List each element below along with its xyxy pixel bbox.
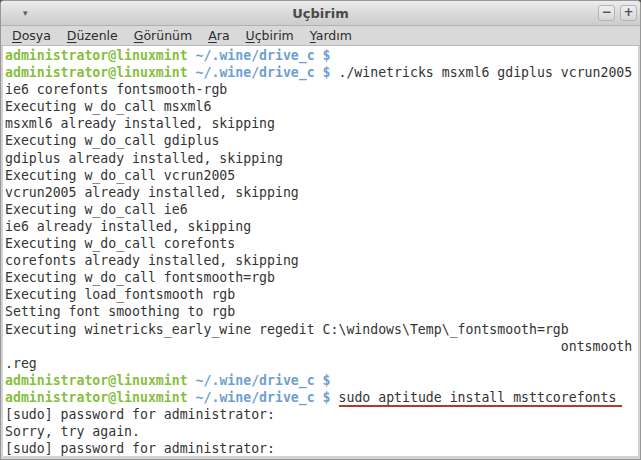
menu-item-mnemonic: D xyxy=(67,28,77,43)
terminal-text-segment: administrator@linuxmint xyxy=(5,390,188,405)
terminal-text-segment: vcrun2005 already installed, skipping xyxy=(5,185,299,200)
terminal-text-segment: ~/.wine/drive_c $ xyxy=(188,373,331,388)
window-menu-icon[interactable]: ▾ xyxy=(23,9,28,18)
minimize-button[interactable]: − xyxy=(598,5,615,21)
menu-item-uçbirim[interactable]: Uçbirim xyxy=(238,27,302,44)
titlebar[interactable]: ▾ Uçbirim − + xyxy=(1,1,640,26)
menubar: DosyaDüzenleGörünümAraUçbirimYardım xyxy=(1,26,640,46)
terminal-line: administrator@linuxmint ~/.wine/drive_c … xyxy=(5,372,638,389)
terminal-text-segment: Executing w_do_call vcrun2005 xyxy=(5,168,235,183)
terminal-line: [sudo] password for administrator: xyxy=(5,440,638,457)
terminal-text-segment: administrator@linuxmint xyxy=(5,65,188,80)
terminal-line: msxml6 already installed, skipping xyxy=(5,115,638,132)
terminal-line: ie6 corefonts fontsmooth-rgb xyxy=(5,81,638,98)
terminal-text-segment: gdiplus already installed, skipping xyxy=(5,151,283,166)
terminal-text-segment: Executing load_fontsmooth rgb xyxy=(5,287,235,302)
terminal-text-segment: Executing w_do_call ie6 xyxy=(5,202,188,217)
terminal-text-segment: ~/.wine/drive_c $ xyxy=(188,48,331,63)
terminal-text-segment: ~/.wine/drive_c $ xyxy=(188,390,331,405)
terminal-line: [sudo] password for administrator: xyxy=(5,406,638,423)
terminal-text-segment: administrator@linuxmint xyxy=(5,48,188,63)
terminal-line: Executing w_do_call ie6 xyxy=(5,201,638,218)
terminal-line: Executing w_do_call vcrun2005 xyxy=(5,167,638,184)
terminal-line: Executing w_do_call corefonts xyxy=(5,235,638,252)
terminal-text-segment: ie6 corefonts fontsmooth-rgb xyxy=(5,82,227,97)
menu-item-mnemonic: Y xyxy=(310,28,316,43)
terminal-line: Executing load_fontsmooth rgb xyxy=(5,286,638,303)
terminal-line: ontsmooth xyxy=(5,338,638,355)
window-controls: − + xyxy=(598,5,637,21)
terminal-text-segment: Executing w_do_call corefonts xyxy=(5,236,235,251)
terminal-text-segment xyxy=(331,390,339,405)
terminal-line: Setting font smoothing to rgb xyxy=(5,303,638,320)
menu-item-düzenle[interactable]: Düzenle xyxy=(59,27,126,44)
menu-item-mnemonic: A xyxy=(208,28,217,43)
terminal-line: gdiplus already installed, skipping xyxy=(5,150,638,167)
terminal-text-segment: .reg xyxy=(5,356,37,371)
terminal-line: vcrun2005 already installed, skipping xyxy=(5,184,638,201)
terminal-text-segment: ie6 already installed, skipping xyxy=(5,219,251,234)
terminal-line: Sorry, try again. xyxy=(5,423,638,440)
terminal-line: corefonts already installed, skipping xyxy=(5,252,638,269)
terminal-text-segment: Executing w_do_call msxml6 xyxy=(5,99,211,114)
menu-item-mnemonic: D xyxy=(12,28,22,43)
terminal-text-segment: Setting font smoothing to rgb xyxy=(5,304,235,319)
terminal-text-segment: Executing w_do_call gdiplus xyxy=(5,133,219,148)
menu-item-yardım[interactable]: Yardım xyxy=(302,27,360,44)
maximize-button[interactable]: + xyxy=(620,5,637,21)
menu-item-ara[interactable]: Ara xyxy=(200,27,237,44)
terminal-line: Executing w_do_call fontsmooth=rgb xyxy=(5,269,638,286)
menu-item-dosya[interactable]: Dosya xyxy=(4,27,59,44)
terminal-text-segment: corefonts already installed, skipping xyxy=(5,253,299,268)
terminal-line: administrator@linuxmint ~/.wine/drive_c … xyxy=(5,64,638,81)
terminal-text-segment: ontsmooth xyxy=(5,339,632,354)
terminal-window: ▾ Uçbirim − + DosyaDüzenleGörünümAraUçbi… xyxy=(0,0,641,460)
terminal-text-segment: ./winetricks msxml6 gdiplus vcrun2005 xyxy=(331,65,633,80)
highlighted-command-text: sudo aptitude install msttcorefonts xyxy=(339,390,623,407)
terminal-text-segment: Executing winetricks_early_wine regedit … xyxy=(5,322,569,337)
terminal-output[interactable]: administrator@linuxmint ~/.wine/drive_c … xyxy=(1,46,640,459)
terminal-text-segment: msxml6 already installed, skipping xyxy=(5,116,275,131)
terminal-text-segment: [sudo] password for administrator: xyxy=(5,441,275,456)
terminal-line: Executing winetricks_early_wine regedit … xyxy=(5,321,638,338)
terminal-line: .reg xyxy=(5,355,638,372)
menu-item-görünüm[interactable]: Görünüm xyxy=(126,27,200,44)
terminal-text-segment: ~/.wine/drive_c $ xyxy=(188,65,331,80)
terminal-text-segment: Executing w_do_call fontsmooth=rgb xyxy=(5,270,275,285)
window-title: Uçbirim xyxy=(1,6,640,21)
terminal-line: Executing w_do_call gdiplus xyxy=(5,132,638,149)
terminal-line: administrator@linuxmint ~/.wine/drive_c … xyxy=(5,389,638,406)
terminal-text-segment: Sorry, try again. xyxy=(5,424,140,439)
terminal-line: administrator@linuxmint ~/.wine/drive_c … xyxy=(5,47,638,64)
terminal-text-segment: [sudo] password for administrator: xyxy=(5,407,275,422)
terminal-line: Executing w_do_call msxml6 xyxy=(5,98,638,115)
menu-item-mnemonic: U xyxy=(246,28,255,43)
terminal-text-segment: administrator@linuxmint xyxy=(5,373,188,388)
menu-item-mnemonic: G xyxy=(134,28,144,43)
terminal-line: ie6 already installed, skipping xyxy=(5,218,638,235)
